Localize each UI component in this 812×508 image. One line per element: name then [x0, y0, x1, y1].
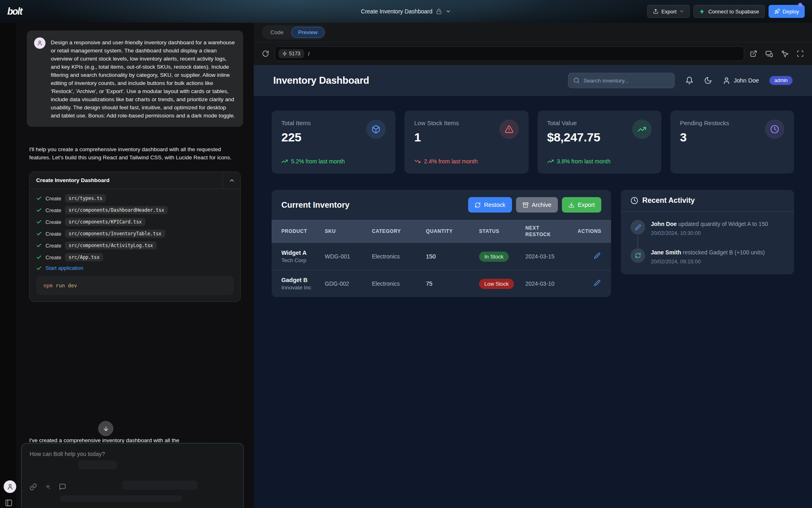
refresh-icon	[631, 248, 645, 263]
tab-preview[interactable]: Preview	[291, 27, 324, 38]
step-file[interactable]: src/App.tsx	[65, 253, 103, 261]
table-row[interactable]: Gadget B Innovate Inc GDG-002 Electronic…	[272, 270, 611, 297]
upload-icon	[653, 9, 659, 14]
check-icon	[36, 219, 42, 225]
col-product: Product	[272, 220, 325, 243]
trending-up-icon	[632, 119, 652, 139]
assistant-followup-text: I've created a comprehensive inventory d…	[29, 437, 240, 443]
dashboard-title: Inventory Dashboard	[273, 75, 369, 86]
chat-input[interactable]	[30, 451, 235, 469]
alert-triangle-icon	[499, 119, 519, 139]
user-avatar[interactable]	[4, 480, 16, 493]
dark-mode-toggle-icon[interactable]	[704, 76, 712, 85]
step-file[interactable]: src/components/InventoryTable.tsx	[65, 230, 165, 238]
port-badge[interactable]: 5173	[279, 49, 304, 58]
package-icon	[366, 119, 386, 139]
export-button[interactable]: Export	[647, 5, 690, 18]
activity-action: updated quantity of Widget A to 150	[677, 221, 768, 227]
project-title-menu[interactable]: Create Inventory Dashboard	[361, 0, 451, 23]
start-application-link[interactable]: Start application	[45, 265, 83, 271]
activity-timestamp: 20/02/2024, 10:30:00	[651, 230, 768, 236]
user-menu[interactable]: John Doe	[723, 77, 759, 85]
devices-icon[interactable]	[765, 50, 773, 58]
product-quantity: 150	[426, 243, 479, 270]
sidebar-toggle-icon[interactable]	[5, 499, 13, 507]
edit-pencil-icon[interactable]	[594, 252, 600, 259]
open-external-icon[interactable]	[750, 50, 757, 57]
step-file[interactable]: src/components/ActivityLog.tsx	[65, 241, 157, 250]
step-action: Create	[45, 243, 61, 249]
step-file[interactable]: src/components/DashboardHeader.tsx	[65, 206, 168, 214]
status-badge: Low Stock	[479, 279, 514, 289]
col-quantity: Quantity	[426, 220, 479, 243]
deploy-button[interactable]: Deploy	[769, 5, 805, 18]
kpi-trend-text: 2.4% from last month	[424, 158, 477, 165]
archive-button[interactable]: Archive	[516, 197, 558, 213]
check-icon	[36, 243, 42, 248]
artifact-collapse-button[interactable]	[222, 172, 240, 189]
step-action: Create	[45, 195, 61, 202]
connect-supabase-button[interactable]: Connect to Supabase	[693, 5, 764, 18]
bolt-logo[interactable]: bolt	[7, 6, 22, 17]
artifact-card: Create Inventory Dashboard Create src/ty…	[29, 172, 241, 302]
activity-user: Jane Smith	[651, 249, 681, 256]
chevron-down-icon	[445, 9, 451, 14]
kpi-trend-text: 3.8% from last month	[557, 158, 611, 165]
link-icon[interactable]	[30, 483, 37, 491]
trend-up-icon	[281, 158, 288, 165]
search-icon	[573, 77, 580, 84]
chat-mode-icon[interactable]	[59, 483, 66, 491]
table-row[interactable]: Widget A Tech Corp WDG-001 Electronics 1…	[272, 243, 611, 270]
chevron-up-icon	[229, 177, 235, 184]
export-csv-button[interactable]: Export	[562, 197, 601, 213]
edit-pencil-icon[interactable]	[594, 280, 600, 286]
sparkles-icon[interactable]	[45, 484, 51, 490]
scroll-to-bottom-button[interactable]	[98, 421, 113, 436]
recent-activity-card: Recent Activity John Doe updated quantit…	[621, 190, 794, 274]
command-binary: npm	[43, 282, 53, 289]
kpi-card-total-items: Total Items 225 5.2% from last mont	[272, 111, 395, 174]
bell-icon[interactable]	[685, 76, 693, 85]
product-supplier: Tech Corp	[281, 257, 325, 263]
left-rail	[0, 23, 16, 508]
inventory-title: Current Inventory	[281, 200, 350, 210]
supabase-bolt-icon	[699, 9, 705, 15]
inventory-search-box[interactable]	[568, 73, 675, 88]
check-icon	[36, 254, 42, 260]
user-message-text: Design a responsive and user-friendly in…	[51, 37, 236, 120]
rocket-icon	[774, 9, 780, 14]
kpi-card-low-stock: Low Stock Items 1 2.4% from last mo	[404, 111, 528, 174]
chat-panel: Design a responsive and user-friendly in…	[16, 23, 254, 508]
check-icon	[36, 231, 42, 237]
col-next-restock: Next Restock	[525, 220, 573, 243]
step-file[interactable]: src/types.ts	[65, 194, 106, 202]
check-icon	[36, 265, 42, 271]
kpi-row: Total Items 225 5.2% from last mont	[272, 111, 794, 174]
user-message: Design a responsive and user-friendly in…	[27, 30, 243, 127]
step-file[interactable]: src/components/KPICard.tsx	[65, 218, 145, 226]
restock-button[interactable]: Restock	[468, 197, 512, 213]
trend-up-icon	[547, 158, 554, 165]
export-csv-label: Export	[578, 202, 595, 208]
reload-icon[interactable]	[262, 50, 269, 57]
fullscreen-icon[interactable]	[797, 50, 804, 57]
product-quantity: 75	[426, 270, 479, 297]
chat-input-box[interactable]	[21, 443, 244, 508]
kpi-trend-text: 5.2% from last month	[291, 158, 345, 165]
terminal-command-block: npm run dev	[36, 276, 234, 295]
next-restock-date: 2024-03-10	[525, 270, 573, 297]
inventory-search-input[interactable]	[583, 78, 669, 84]
table-header-row: Product SKU Category Quantity Status Nex…	[272, 220, 611, 243]
kpi-value: 3	[680, 130, 729, 144]
product-category: Electronics	[372, 243, 426, 270]
top-bar: bolt Create Inventory Dashboard Export	[0, 0, 812, 23]
artifact-step: Create src/components/InventoryTable.tsx	[36, 230, 234, 238]
refresh-icon	[475, 202, 481, 208]
preview-url-row: 5173 /	[254, 42, 812, 65]
workbench: Code Preview 5173 /	[254, 23, 812, 508]
tab-code[interactable]: Code	[263, 27, 290, 38]
address-bar[interactable]: 5173 /	[275, 46, 744, 61]
kpi-label: Pending Restocks	[680, 119, 729, 126]
inspect-cursor-icon[interactable]	[781, 50, 788, 57]
user-message-avatar	[34, 37, 45, 49]
